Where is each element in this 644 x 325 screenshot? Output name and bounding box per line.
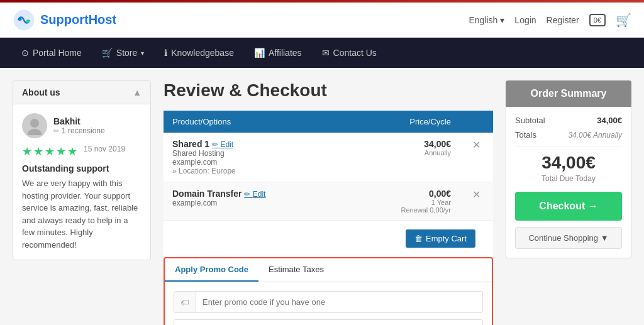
nav-store[interactable]: 🛒 Store ▾ bbox=[93, 40, 153, 65]
promo-section: Apply Promo Code Estimate Taxes 🏷 Valida… bbox=[164, 257, 493, 325]
page-title: Review & Checkout bbox=[164, 80, 493, 101]
svg-point-3 bbox=[30, 119, 39, 128]
summary-body: Subtotal 34,00€ Totals 34,00€ Annually 3… bbox=[506, 107, 631, 258]
price-amount-1: 34,00€ bbox=[357, 139, 451, 149]
user-review-count: ✏ 1 recensione bbox=[53, 126, 105, 135]
register-link[interactable]: Register bbox=[547, 15, 579, 25]
summary-title: Order Summary bbox=[506, 80, 631, 107]
product-cell-2: Domain Transfer ✏ Edit example.com bbox=[164, 182, 348, 221]
summary-divider bbox=[515, 146, 622, 146]
product-name-2: Domain Transfer ✏ Edit bbox=[172, 189, 339, 199]
main-content: About us ▲ Bakhit ✏ 1 recensione ★ ★ bbox=[0, 68, 644, 325]
table-row: Shared 1 ✏ Edit Shared Hosting example.c… bbox=[164, 133, 493, 182]
promo-body: 🏷 Validate Code bbox=[165, 282, 492, 325]
col-price: Price/Cycle bbox=[348, 111, 460, 133]
balance-icon[interactable]: 0€ bbox=[589, 14, 606, 26]
svg-point-2 bbox=[26, 19, 30, 23]
store-arrow-icon: ▾ bbox=[141, 50, 144, 57]
review-title: Outstanding support bbox=[22, 163, 142, 174]
products-table: Product/Options Price/Cycle Shared 1 ✏ E… bbox=[164, 111, 493, 257]
nav-portal-home[interactable]: ⊙ Portal Home bbox=[13, 40, 91, 65]
star-rating: ★ ★ ★ ★ ★ 15 nov 2019 bbox=[22, 145, 142, 158]
svg-point-1 bbox=[18, 17, 21, 20]
logo-text: SupportHost bbox=[40, 13, 116, 27]
nav-bar: ⊙ Portal Home 🛒 Store ▾ ℹ Knowledgebase … bbox=[0, 38, 644, 68]
subtotal-value: 34,00€ bbox=[597, 116, 622, 125]
nav-knowledgebase-label: Knowledgebase bbox=[171, 48, 234, 58]
promo-tabs: Apply Promo Code Estimate Taxes bbox=[165, 258, 492, 282]
affiliates-icon: 📊 bbox=[254, 48, 265, 58]
knowledgebase-icon: ℹ bbox=[164, 48, 167, 58]
renewal-info-2: Renewal 0,00/yr bbox=[357, 206, 451, 214]
nav-affiliates-label: Affiliates bbox=[269, 48, 302, 58]
product-name-1: Shared 1 ✏ Edit bbox=[172, 139, 339, 149]
user-name: Bakhit bbox=[53, 116, 105, 126]
price-cycle-2: 1 Year bbox=[357, 199, 451, 206]
user-info: Bakhit ✏ 1 recensione bbox=[53, 116, 105, 135]
nav-affiliates[interactable]: 📊 Affiliates bbox=[245, 40, 311, 65]
nav-contact-us[interactable]: ✉ Contact Us bbox=[313, 40, 386, 65]
edit-link-1[interactable]: ✏ Edit bbox=[212, 140, 233, 149]
summary-totals-row: Totals 34,00€ Annually bbox=[515, 130, 622, 140]
top-right-controls: English ▾ Login Register 0€ 🛒 bbox=[469, 13, 631, 28]
remove-btn-2[interactable]: ✕ bbox=[469, 189, 484, 201]
promo-code-input[interactable] bbox=[196, 292, 482, 312]
contact-icon: ✉ bbox=[322, 48, 330, 58]
price-cycle-1: Annually bbox=[357, 149, 451, 157]
table-row: Domain Transfer ✏ Edit example.com 0,00€… bbox=[164, 182, 493, 221]
nav-contact-us-label: Contact Us bbox=[333, 48, 377, 58]
checkout-button[interactable]: Checkout → bbox=[515, 192, 622, 221]
sidebar-title: About us bbox=[22, 87, 60, 97]
trash-icon: 🗑 bbox=[414, 234, 423, 243]
promo-tab-taxes[interactable]: Estimate Taxes bbox=[258, 258, 334, 282]
summary-subtotal-row: Subtotal 34,00€ bbox=[515, 116, 622, 125]
star-3: ★ bbox=[45, 145, 55, 158]
empty-cart-row: 🗑 Empty Cart bbox=[164, 221, 493, 257]
product-location-1: » Location: Europe bbox=[172, 167, 339, 175]
top-bar: SupportHost English ▾ Login Register 0€ … bbox=[0, 3, 644, 38]
edit-link-2[interactable]: ✏ Edit bbox=[244, 190, 265, 199]
big-price: 34,00€ bbox=[515, 153, 622, 173]
product-sub-1: Shared Hosting bbox=[172, 149, 339, 158]
sidebar-body: Bakhit ✏ 1 recensione ★ ★ ★ ★ ★ 15 nov 2… bbox=[13, 104, 150, 260]
col-action bbox=[460, 111, 493, 133]
language-selector[interactable]: English ▾ bbox=[469, 15, 504, 25]
nav-store-label: Store bbox=[116, 48, 137, 58]
due-today: Total Due Today bbox=[515, 174, 622, 183]
validate-code-button[interactable]: Validate Code bbox=[174, 319, 483, 325]
remove-btn-1[interactable]: ✕ bbox=[469, 139, 484, 151]
col-product: Product/Options bbox=[164, 111, 348, 133]
product-cell-1: Shared 1 ✏ Edit Shared Hosting example.c… bbox=[164, 133, 348, 182]
totals-label: Totals bbox=[515, 130, 536, 140]
star-2: ★ bbox=[33, 145, 43, 158]
sidebar-header: About us ▲ bbox=[13, 81, 150, 104]
sidebar-collapse-icon[interactable]: ▲ bbox=[133, 87, 142, 97]
continue-shopping-button[interactable]: Continue Shopping ▼ bbox=[515, 227, 622, 249]
store-icon: 🛒 bbox=[102, 48, 113, 58]
promo-tag-icon: 🏷 bbox=[174, 292, 196, 312]
login-link[interactable]: Login bbox=[514, 15, 536, 25]
price-cell-2: 0,00€ 1 Year Renewal 0,00/yr bbox=[348, 182, 460, 221]
totals-value: 34,00€ Annually bbox=[568, 131, 622, 140]
logo-icon bbox=[13, 9, 35, 31]
avatar bbox=[22, 113, 47, 138]
empty-cart-button[interactable]: 🗑 Empty Cart bbox=[406, 229, 475, 248]
chevron-down-icon: ▾ bbox=[500, 15, 504, 25]
star-1: ★ bbox=[22, 145, 32, 158]
user-row: Bakhit ✏ 1 recensione bbox=[22, 113, 142, 138]
review-date: 15 nov 2019 bbox=[84, 145, 125, 158]
review-text: We are very happy with this hosting prov… bbox=[22, 177, 142, 251]
nav-knowledgebase[interactable]: ℹ Knowledgebase bbox=[155, 40, 243, 65]
sidebar: About us ▲ Bakhit ✏ 1 recensione ★ ★ bbox=[13, 80, 151, 260]
product-domain-2: example.com bbox=[172, 199, 339, 207]
nav-portal-home-label: Portal Home bbox=[33, 48, 82, 58]
price-cell-1: 34,00€ Annually bbox=[348, 133, 460, 182]
logo[interactable]: SupportHost bbox=[13, 9, 116, 31]
cart-icon[interactable]: 🛒 bbox=[616, 13, 631, 28]
order-summary: Order Summary Subtotal 34,00€ Totals 34,… bbox=[506, 80, 631, 325]
star-4: ★ bbox=[56, 145, 66, 158]
promo-tab-code[interactable]: Apply Promo Code bbox=[165, 258, 258, 282]
svg-point-4 bbox=[28, 129, 42, 135]
language-label: English bbox=[469, 15, 497, 25]
pencil-icon: ✏ bbox=[53, 127, 59, 135]
